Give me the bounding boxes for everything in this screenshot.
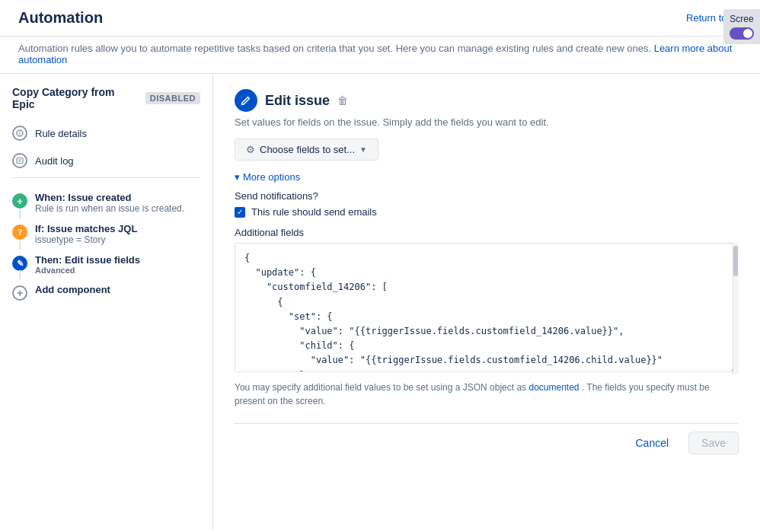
top-bar-right: Return to list Scree [686, 12, 742, 24]
bottom-buttons: Cancel Save [235, 423, 739, 454]
flow-section: + When: Issue created Rule is run when a… [0, 181, 212, 311]
svg-rect-3 [17, 158, 23, 164]
when-icon: + [12, 193, 27, 209]
flow-then[interactable]: ✎ Then: Edit issue fields Advanced [12, 250, 200, 279]
top-bar: Automation Return to list Scree [0, 0, 760, 37]
choose-fields-button[interactable]: ⚙ Choose fields to set... ▼ [235, 139, 378, 161]
then-label: Then: Edit issue fields [35, 254, 200, 266]
delete-icon[interactable]: 🗑 [337, 94, 348, 107]
when-sub: Rule is run when an issue is created. [35, 203, 200, 214]
rule-title-row: Copy Category from Epic DISABLED [0, 86, 212, 119]
then-sub: Advanced [35, 266, 200, 275]
if-label: If: Issue matches JQL [35, 223, 200, 234]
more-options-toggle[interactable]: ▾ More options [235, 171, 739, 183]
more-options-section: Send notifications? ✓ This rule should s… [235, 190, 739, 408]
svg-rect-2 [19, 133, 20, 135]
send-emails-checkbox[interactable]: ✓ [235, 207, 245, 218]
screen-label: Scree [730, 14, 753, 24]
additional-info-text: You may specify additional field values … [235, 382, 526, 393]
audit-log-icon [12, 153, 27, 168]
cancel-button[interactable]: Cancel [623, 432, 681, 454]
audit-log-label: Audit log [35, 155, 74, 167]
svg-point-1 [19, 132, 21, 133]
json-scrollbar-thumb [733, 246, 738, 276]
description-bar: Automation rules allow you to automate r… [0, 37, 760, 74]
when-text: When: Issue created Rule is run when an … [35, 192, 200, 214]
add-icon: + [12, 285, 27, 301]
flow-if[interactable]: ? If: Issue matches JQL issuetype = Stor… [12, 218, 200, 250]
chevron-down-more-icon: ▾ [235, 171, 240, 183]
main-content: Edit issue 🗑 Set values for fields on th… [213, 74, 760, 530]
flow-add[interactable]: + Add component [12, 279, 200, 305]
then-text: Then: Edit issue fields Advanced [35, 254, 200, 275]
send-notifications-label: Send notifications? [235, 190, 739, 202]
when-label: When: Issue created [35, 192, 200, 203]
if-sub: issuetype = Story [35, 234, 200, 245]
rule-details-label: Rule details [35, 128, 87, 139]
additional-info: You may specify additional field values … [235, 381, 739, 408]
additional-fields-label: Additional fields [235, 227, 739, 238]
json-scrollbar[interactable] [733, 243, 739, 374]
documented-link[interactable]: documented [528, 382, 579, 393]
checkbox-label: This rule should send emails [251, 206, 377, 218]
edit-issue-header: Edit issue 🗑 [235, 89, 739, 112]
checkbox-row: ✓ This rule should send emails [235, 206, 739, 218]
rule-title: Copy Category from Epic [12, 86, 138, 110]
json-editor[interactable] [235, 243, 739, 372]
rule-details-icon [12, 126, 27, 141]
screen-toggle[interactable] [730, 27, 754, 40]
nav-audit-log[interactable]: Audit log [0, 147, 212, 174]
save-button[interactable]: Save [688, 432, 739, 454]
if-text: If: Issue matches JQL issuetype = Story [35, 223, 200, 245]
nav-divider [12, 177, 200, 178]
if-icon: ? [12, 225, 27, 240]
edit-issue-icon [235, 89, 257, 112]
add-label: Add component [35, 284, 200, 295]
edit-issue-subtitle: Set values for fields on the issue. Simp… [235, 116, 739, 128]
description-text: Automation rules allow you to automate r… [18, 43, 651, 54]
gear-icon: ⚙ [246, 144, 255, 155]
then-icon: ✎ [12, 256, 27, 271]
chevron-down-icon: ▼ [359, 145, 367, 154]
disabled-badge: DISABLED [145, 92, 200, 104]
edit-issue-title: Edit issue [265, 93, 330, 109]
json-editor-wrapper [235, 243, 739, 374]
sidebar: Copy Category from Epic DISABLED Rule de… [0, 74, 213, 530]
nav-rule-details[interactable]: Rule details [0, 119, 212, 147]
more-options-label: More options [243, 171, 300, 183]
app-title: Automation [18, 9, 103, 27]
main-layout: Copy Category from Epic DISABLED Rule de… [0, 74, 760, 530]
add-text: Add component [35, 284, 200, 295]
flow-when[interactable]: + When: Issue created Rule is run when a… [12, 187, 200, 218]
choose-fields-label: Choose fields to set... [260, 144, 355, 155]
screen-button[interactable]: Scree [723, 9, 760, 44]
